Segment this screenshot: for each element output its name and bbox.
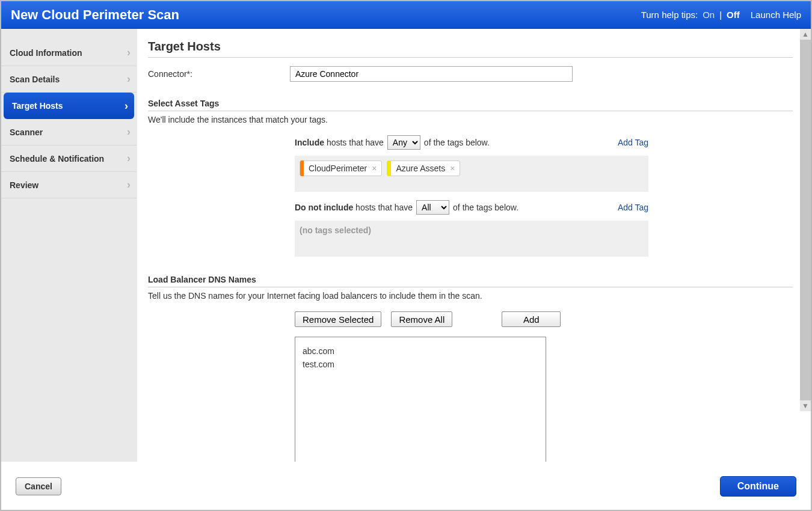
tag-color-swatch xyxy=(387,161,391,176)
nav-schedule-notification[interactable]: Schedule & Notification› xyxy=(1,145,137,172)
content: Target Hosts Connector*: Select Asset Ta… xyxy=(137,29,811,462)
section-lb-desc: Tell us the DNS names for your Internet … xyxy=(148,291,793,301)
add-tag-include[interactable]: Add Tag xyxy=(618,138,648,147)
scroll-up-icon[interactable]: ▲ xyxy=(800,29,811,40)
dns-name-item[interactable]: abc.com xyxy=(303,344,538,358)
chevron-right-icon: › xyxy=(127,46,131,59)
tag-label: Azure Assets xyxy=(396,164,445,173)
chevron-right-icon: › xyxy=(127,126,131,138)
include-tag-area: CloudPerimeter×Azure Assets× xyxy=(295,156,648,192)
content-scrollbar[interactable]: ▲ ▼ xyxy=(800,29,811,411)
nav-target-hosts[interactable]: Target Hosts› xyxy=(4,93,134,119)
header-right: Turn help tips: On | Off Launch Help xyxy=(641,10,801,20)
nav-item-label: Scan Details xyxy=(10,75,60,84)
tag-chip[interactable]: Azure Assets× xyxy=(387,161,460,176)
remove-tag-icon[interactable]: × xyxy=(450,164,455,173)
exclude-strong: Do not include xyxy=(295,203,353,212)
dns-name-item[interactable]: test.com xyxy=(303,358,538,371)
header-title: New Cloud Perimeter Scan xyxy=(11,7,179,23)
nav-cloud-information[interactable]: Cloud Information› xyxy=(1,40,137,66)
main-panel: Target Hosts Connector*: Select Asset Ta… xyxy=(137,29,811,462)
launch-help-link[interactable]: Launch Help xyxy=(751,10,801,20)
chevron-right-icon: › xyxy=(125,100,128,112)
remove-selected-button[interactable]: Remove Selected xyxy=(295,311,381,327)
exclude-text: Do not include hosts that have xyxy=(295,203,413,212)
include-strong: Include xyxy=(295,138,324,147)
include-block: Include hosts that have AnyAll of the ta… xyxy=(295,135,648,192)
help-tips-on[interactable]: On xyxy=(703,10,715,20)
exclude-block: Do not include hosts that have AnyAll of… xyxy=(295,200,648,257)
chevron-right-icon: › xyxy=(127,152,131,165)
sidebar: Cloud Information›Scan Details›Target Ho… xyxy=(1,29,137,462)
include-text-1: hosts that have xyxy=(324,138,384,147)
tag-chip[interactable]: CloudPerimeter× xyxy=(300,161,382,176)
connector-label: Connector*: xyxy=(148,69,290,79)
exclude-text-2: of the tags below. xyxy=(453,203,518,212)
add-button[interactable]: Add xyxy=(502,311,561,327)
remove-all-button[interactable]: Remove All xyxy=(391,311,452,327)
nav-item-label: Scanner xyxy=(10,127,43,137)
cancel-button[interactable]: Cancel xyxy=(16,477,61,495)
scroll-thumb[interactable] xyxy=(800,40,811,400)
header-bar: New Cloud Perimeter Scan Turn help tips:… xyxy=(1,1,811,29)
nav-item-label: Schedule & Notification xyxy=(10,154,104,164)
include-mode-select[interactable]: AnyAll xyxy=(387,135,420,150)
nav-scanner[interactable]: Scanner› xyxy=(1,119,137,145)
remove-tag-icon[interactable]: × xyxy=(372,164,377,173)
include-text: Include hosts that have xyxy=(295,138,384,147)
no-tags-text: (no tags selected) xyxy=(300,225,371,235)
dns-names-list[interactable]: abc.comtest.com xyxy=(295,337,546,462)
lb-buttons-row: Remove Selected Remove All Add xyxy=(295,311,793,327)
tag-color-swatch xyxy=(300,161,304,176)
exclude-text-1: hosts that have xyxy=(353,203,413,212)
nav-item-label: Target Hosts xyxy=(12,101,63,111)
section-tags-title: Select Asset Tags xyxy=(148,99,793,111)
section-lb-title: Load Balancer DNS Names xyxy=(148,275,793,287)
section-tags-desc: We'll include the instances that match y… xyxy=(148,115,793,124)
nav-scan-details[interactable]: Scan Details› xyxy=(1,66,137,93)
nav-item-label: Cloud Information xyxy=(10,48,82,58)
exclude-line: Do not include hosts that have AnyAll of… xyxy=(295,200,648,215)
chevron-right-icon: › xyxy=(127,73,131,85)
body: Cloud Information›Scan Details›Target Ho… xyxy=(1,29,811,462)
tag-label: CloudPerimeter xyxy=(309,164,367,173)
continue-button[interactable]: Continue xyxy=(720,476,796,497)
scroll-down-icon[interactable]: ▼ xyxy=(800,400,811,411)
include-text-2: of the tags below. xyxy=(424,138,490,147)
add-tag-exclude[interactable]: Add Tag xyxy=(618,203,648,212)
nav-review[interactable]: Review› xyxy=(1,172,137,198)
help-tips-label: Turn help tips: xyxy=(641,10,698,20)
include-line: Include hosts that have AnyAll of the ta… xyxy=(295,135,648,150)
exclude-tag-area: (no tags selected) xyxy=(295,221,648,257)
exclude-mode-select[interactable]: AnyAll xyxy=(416,200,449,215)
separator: | xyxy=(719,10,722,20)
help-tips-off[interactable]: Off xyxy=(727,10,740,20)
chevron-right-icon: › xyxy=(127,179,131,191)
footer: Cancel Continue xyxy=(1,462,811,510)
connector-row: Connector*: xyxy=(148,66,793,82)
connector-input[interactable] xyxy=(290,66,573,82)
page-title: Target Hosts xyxy=(148,40,793,58)
nav-item-label: Review xyxy=(10,180,38,190)
